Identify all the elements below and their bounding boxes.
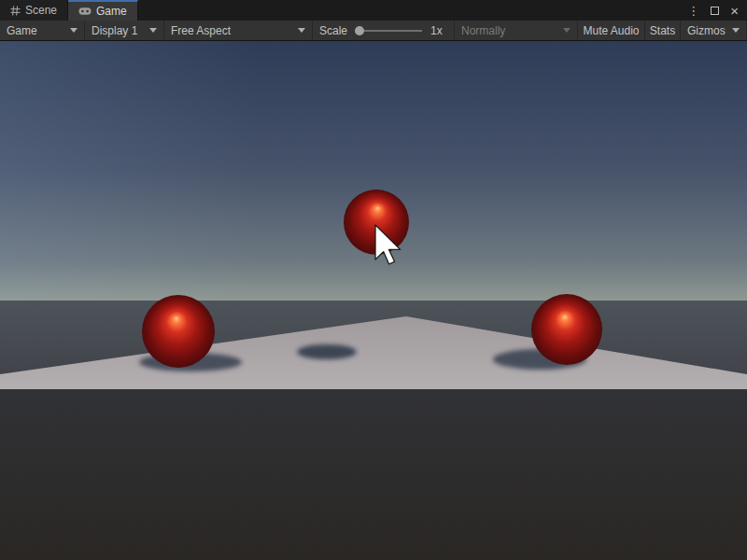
- sphere-right: [531, 294, 602, 365]
- gizmos-dropdown[interactable]: Gizmos: [681, 21, 747, 40]
- scale-label: Scale: [319, 24, 347, 37]
- scale-value: 1x: [430, 24, 443, 37]
- chevron-down-icon: [149, 28, 157, 33]
- near-ground: [0, 389, 747, 560]
- play-focus-dropdown[interactable]: Normally: [455, 21, 578, 40]
- game-view-toolbar: Game Display 1 Free Aspect Scale 1x Norm…: [0, 21, 747, 41]
- display-dropdown-label: Display 1: [92, 24, 137, 37]
- chevron-down-icon: [563, 28, 571, 33]
- chevron-down-icon: [70, 28, 78, 33]
- tab-bar: Scene Game ⋮ ×: [0, 0, 747, 21]
- unity-game-window: Scene Game ⋮ × Game Display 1: [0, 0, 747, 560]
- scale-control: Scale 1x: [313, 21, 455, 40]
- stats-label: Stats: [650, 24, 675, 37]
- close-icon[interactable]: ×: [730, 4, 739, 18]
- gamepad-icon: [78, 7, 92, 16]
- mute-audio-label: Mute Audio: [583, 24, 639, 37]
- chevron-down-icon: [298, 28, 305, 33]
- kebab-menu-icon[interactable]: ⋮: [687, 5, 699, 17]
- sphere-shadow-center: [297, 344, 357, 359]
- aspect-dropdown-label: Free Aspect: [171, 24, 231, 37]
- gizmos-label: Gizmos: [687, 24, 726, 37]
- tab-game-label: Game: [96, 5, 127, 18]
- display-dropdown[interactable]: Display 1: [85, 21, 164, 40]
- play-focus-label: Normally: [461, 24, 505, 37]
- aspect-ratio-dropdown[interactable]: Free Aspect: [164, 21, 313, 40]
- mute-audio-button[interactable]: Mute Audio: [578, 21, 645, 40]
- scale-slider-track[interactable]: [364, 30, 422, 32]
- sphere-left: [142, 295, 215, 368]
- tab-scene-label: Scene: [25, 4, 57, 17]
- tab-scene[interactable]: Scene: [0, 0, 68, 21]
- tab-game[interactable]: Game: [68, 0, 138, 21]
- sky-sheen: [0, 41, 747, 301]
- window-controls: ⋮ ×: [687, 0, 747, 21]
- scale-slider-knob[interactable]: [355, 26, 364, 35]
- game-display-mode-dropdown[interactable]: Game: [0, 21, 85, 40]
- game-dropdown-label: Game: [7, 24, 37, 37]
- chevron-down-icon: [732, 28, 740, 33]
- scale-slider[interactable]: [355, 26, 422, 35]
- grid-icon: [10, 6, 21, 16]
- maximize-icon[interactable]: [711, 7, 719, 15]
- game-viewport[interactable]: [0, 41, 747, 560]
- stats-button[interactable]: Stats: [645, 21, 681, 40]
